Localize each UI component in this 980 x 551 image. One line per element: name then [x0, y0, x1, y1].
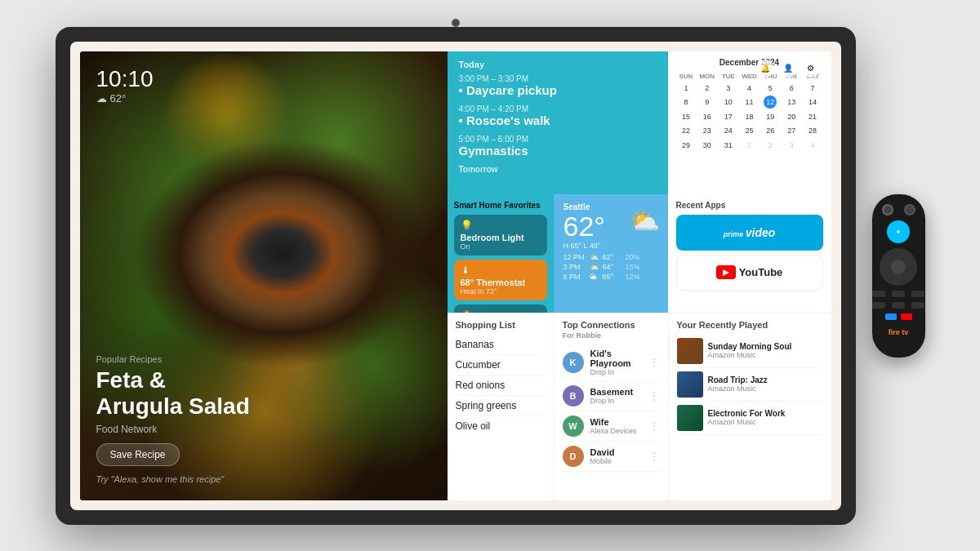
cal-today[interactable]: 12	[764, 96, 777, 109]
recently-played-panel: Your Recently Played Sunday Morning Soul…	[668, 313, 831, 500]
profile-icon[interactable]: 👤	[779, 60, 797, 78]
nav-ring[interactable]	[880, 248, 917, 286]
shopping-item-1[interactable]: Bananas	[456, 335, 546, 355]
forecast-time-1: 12 PM	[564, 253, 586, 261]
music-item-2[interactable]: Road Trip: Jazz Amazon Music	[677, 368, 823, 402]
forecast-row-3: 6 PM 🌥 65° 12%	[564, 273, 658, 281]
bedroom-light-device[interactable]: 💡 Bedroom Light On	[454, 215, 547, 256]
avatar-basement: B	[563, 385, 584, 407]
notification-icon[interactable]: 🔔	[756, 60, 774, 78]
cal-day[interactable]: 9	[697, 96, 717, 109]
cal-day[interactable]: 3	[718, 82, 738, 96]
cal-day[interactable]: 15	[676, 110, 697, 124]
cal-header-mon: MON	[697, 72, 717, 81]
tv-inner: 10:10 ☁ 62° Popular Recipes Feta &Arugul…	[70, 42, 841, 510]
conn-menu-3[interactable]: ⋮	[648, 420, 660, 433]
cal-day[interactable]: 25	[739, 124, 760, 138]
prime-logo: prime video	[724, 226, 776, 239]
cal-day[interactable]: 21	[803, 110, 823, 124]
cal-day[interactable]: 7	[803, 82, 823, 96]
settings-icon[interactable]: ⚙	[802, 60, 820, 78]
colored-buttons-row	[885, 313, 912, 320]
cal-day[interactable]: 1	[676, 82, 697, 96]
shopping-item-4[interactable]: Spring greens	[456, 396, 546, 416]
mute-button[interactable]	[904, 204, 915, 216]
home-button[interactable]	[892, 291, 905, 297]
forecast-temp-1: 62°	[603, 253, 622, 261]
event-time-2: 4:00 PM – 4:20 PM	[459, 104, 657, 113]
cal-header-tue: TUE	[718, 72, 738, 81]
forecast-pct-2: 15%	[626, 263, 640, 271]
cal-day[interactable]: 22	[676, 124, 697, 138]
cal-day[interactable]: 29	[676, 139, 697, 153]
cal-day[interactable]: 16	[697, 110, 717, 124]
conn-menu-1[interactable]: ⋮	[648, 356, 660, 369]
play-pause-button[interactable]	[892, 302, 905, 309]
bottom-row: Shopping List Bananas Cucumber Red onion…	[448, 313, 831, 500]
alexa-button[interactable]: ●	[887, 220, 910, 243]
forecast-icon-2: ⛅	[590, 263, 599, 271]
cal-day-other: 4	[803, 139, 823, 153]
cal-day[interactable]: 26	[760, 124, 781, 138]
light-icon: 💡	[461, 220, 541, 231]
schedule-item-3: 5:00 PM – 6:00 PM Gymnastics	[459, 135, 657, 158]
back-button[interactable]	[872, 291, 885, 297]
rewind-button[interactable]	[872, 302, 885, 309]
connection-2[interactable]: B Basement Drop In ⋮	[563, 381, 660, 411]
cal-day[interactable]: 2	[697, 82, 717, 96]
music-item-3[interactable]: Electronic For Work Amazon Music	[677, 402, 823, 435]
weather-panel: ⛅ Seattle 62° H 65° L 48° 12 PM ⛅ 62° 20…	[554, 194, 668, 313]
cal-day[interactable]: 8	[676, 96, 697, 109]
cal-day[interactable]: 27	[782, 124, 802, 138]
cal-day[interactable]: 10	[718, 96, 738, 109]
cal-day[interactable]: 5	[760, 82, 781, 96]
cal-day[interactable]: 17	[718, 110, 738, 124]
connection-1[interactable]: K Kid's Playroom Drop In ⋮	[563, 344, 660, 381]
music-info-2: Road Trip: Jazz Amazon Music	[708, 375, 823, 393]
conn-menu-4[interactable]: ⋮	[648, 450, 660, 463]
connection-4[interactable]: D David Mobile ⋮	[563, 442, 660, 472]
cal-day[interactable]: 18	[739, 110, 760, 124]
cal-day[interactable]: 28	[803, 124, 823, 138]
conn-status-3: Alexa Devices	[590, 427, 642, 435]
netflix-shortcut-button[interactable]	[901, 313, 912, 320]
connection-3[interactable]: W Wife Alexa Devices ⋮	[563, 411, 660, 442]
youtube-play-icon	[723, 269, 729, 276]
cal-day[interactable]: 23	[697, 124, 717, 138]
connections-label: Top Connections For Robbie	[563, 320, 660, 340]
prime-video-app[interactable]: prime video	[676, 215, 823, 251]
prime-shortcut-button[interactable]	[885, 313, 897, 320]
shopping-item-3[interactable]: Red onions	[456, 375, 546, 396]
youtube-app[interactable]: YouTube	[676, 255, 823, 291]
nav-center-button[interactable]	[891, 260, 906, 274]
conn-info-3: Wife Alexa Devices	[590, 417, 642, 435]
thermostat-device[interactable]: 🌡 68° Thermostat Heat to 72°	[454, 260, 547, 300]
cal-day[interactable]: 20	[782, 110, 802, 124]
music-item-1[interactable]: Sunday Morning Soul Amazon Music	[677, 335, 823, 368]
conn-info-2: Basement Drop In	[590, 387, 642, 405]
clock: 10:10	[96, 68, 154, 91]
recent-apps-panel: Recent Apps prime video	[668, 194, 831, 313]
music-source-1: Amazon Music	[708, 351, 823, 359]
cal-day[interactable]: 14	[803, 96, 823, 109]
menu-button[interactable]	[911, 291, 924, 297]
alexa-icon: ●	[897, 228, 901, 235]
power-button[interactable]	[882, 204, 893, 216]
tomorrow-label: Tomorrow	[459, 165, 657, 174]
cal-day[interactable]: 24	[718, 124, 738, 138]
save-recipe-button[interactable]: Save Recipe	[96, 443, 180, 466]
cal-day[interactable]: 31	[718, 139, 738, 153]
cal-day[interactable]: 30	[697, 139, 717, 153]
cal-day[interactable]: 13	[782, 96, 802, 109]
cal-day[interactable]: 11	[739, 96, 760, 109]
shopping-item-2[interactable]: Cucumber	[456, 355, 546, 375]
cal-day[interactable]: 4	[739, 82, 760, 96]
fastforward-button[interactable]	[911, 302, 924, 309]
time-display: 10:10 ☁ 62°	[96, 68, 154, 104]
shopping-item-5[interactable]: Olive oil	[456, 416, 546, 436]
conn-menu-2[interactable]: ⋮	[648, 389, 660, 402]
cal-day[interactable]: 19	[760, 110, 781, 124]
cal-day[interactable]: 6	[782, 82, 802, 96]
youtube-icon	[716, 265, 736, 279]
youtube-text: YouTube	[739, 266, 783, 278]
